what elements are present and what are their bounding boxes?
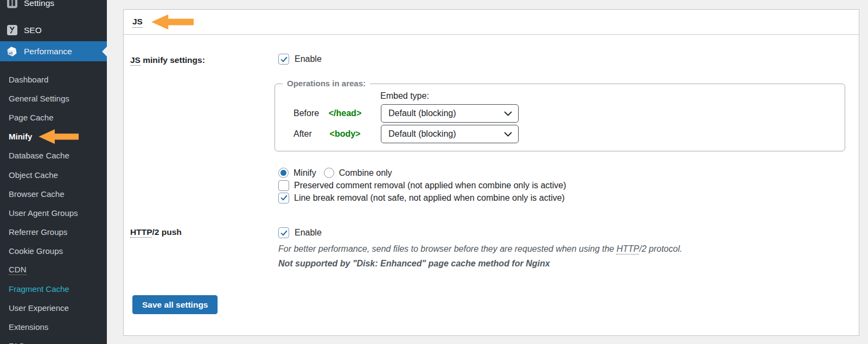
- submenu-item-minify[interactable]: Minify: [0, 127, 107, 146]
- sidebar-item-seo[interactable]: SEO: [0, 20, 107, 40]
- submenu-item-faq[interactable]: FAQ: [0, 336, 107, 344]
- http2-enable-checkbox[interactable]: [278, 227, 289, 238]
- select-value: Default (blocking): [388, 129, 456, 139]
- active-menu-arrow: [102, 47, 107, 56]
- w3tc-cube-icon: w3: [6, 46, 18, 58]
- js-minify-enable-checkbox[interactable]: [278, 54, 289, 65]
- yoast-seo-icon: [6, 24, 18, 36]
- submenu-item-extensions[interactable]: Extensions: [0, 317, 107, 336]
- submenu-item-fragment-cache[interactable]: Fragment Cache: [0, 279, 107, 298]
- sidebar-item-label: SEO: [24, 26, 42, 35]
- preserved-comment-removal-checkbox[interactable]: [278, 180, 289, 191]
- preserved-comment-removal-option[interactable]: Preserved comment removal (not applied w…: [278, 179, 566, 192]
- submenu-item-browser-cache[interactable]: Browser Cache: [0, 184, 107, 203]
- submenu-item-general-settings[interactable]: General Settings: [0, 89, 107, 108]
- settings-panel: JS JS minify settings: Enable Operations…: [123, 9, 859, 336]
- enable-label: Enable: [295, 54, 322, 64]
- checkbox-label: Line break removal (not safe, not applie…: [294, 193, 565, 203]
- submenu-item-cdn[interactable]: CDN: [0, 260, 107, 279]
- sidebar-item-performance[interactable]: w3 Performance: [0, 41, 107, 61]
- js-pointer-arrow: [151, 15, 194, 30]
- line-break-removal-checkbox[interactable]: [278, 193, 289, 203]
- combine-only-radio-label[interactable]: Combine only: [339, 168, 392, 178]
- embed-type-label: Embed type:: [380, 91, 429, 101]
- performance-submenu: Dashboard General Settings Page Cache Mi…: [0, 70, 107, 344]
- minify-pointer-arrow: [39, 129, 79, 144]
- chevron-down-icon: [504, 132, 512, 137]
- minify-radio[interactable]: [278, 168, 289, 178]
- settings-icon: [6, 0, 18, 9]
- js-minify-settings-label: JS minify settings:: [130, 55, 205, 65]
- svg-text:w3: w3: [8, 51, 13, 55]
- embed-type-select-head[interactable]: Default (blocking): [381, 104, 519, 123]
- embed-type-select-body[interactable]: Default (blocking): [381, 125, 519, 143]
- operation-position: Before: [293, 109, 325, 118]
- sidebar-item-label: Settings: [24, 0, 54, 8]
- submenu-item-cookie-groups[interactable]: Cookie Groups: [0, 241, 107, 260]
- operation-row-after-body: After <body> Default (blocking): [293, 125, 519, 143]
- line-break-removal-option[interactable]: Line break removal (not safe, not applie…: [278, 192, 566, 204]
- operation-position: After: [293, 129, 325, 139]
- http2-description: For better performance, send files to br…: [278, 244, 682, 254]
- sidebar-item-label: Performance: [24, 47, 72, 56]
- minify-options: Minify Combine only Preserved comment re…: [278, 167, 566, 204]
- submenu-item-referrer-groups[interactable]: Referrer Groups: [0, 222, 107, 241]
- enable-label: Enable: [295, 228, 322, 238]
- admin-sidebar: Settings SEO w3 Performance: [0, 0, 107, 344]
- operations-fieldset: Operations in areas: Embed type: Before …: [275, 84, 845, 151]
- submenu-item-database-cache[interactable]: Database Cache: [0, 146, 107, 165]
- head-tag-code: </head>: [325, 109, 365, 118]
- section-header: JS: [124, 10, 859, 35]
- submenu-item-object-cache[interactable]: Object Cache: [0, 165, 107, 184]
- chevron-down-icon: [504, 111, 512, 116]
- http2-note: Not supported by "Disk: Enhanced" page c…: [278, 259, 550, 269]
- body-tag-code: <body>: [325, 129, 365, 139]
- submenu-item-page-cache[interactable]: Page Cache: [0, 108, 107, 127]
- section-title: JS: [132, 17, 143, 28]
- checkbox-label: Preserved comment removal (not applied w…: [294, 181, 566, 190]
- minify-mode-radios: Minify Combine only: [278, 167, 566, 179]
- js-minify-enable[interactable]: Enable: [278, 54, 322, 65]
- minify-radio-label[interactable]: Minify: [293, 168, 316, 178]
- sidebar-item-settings[interactable]: Settings: [0, 0, 107, 13]
- submenu-item-user-agent-groups[interactable]: User Agent Groups: [0, 203, 107, 222]
- select-value: Default (blocking): [388, 109, 456, 118]
- submenu-item-user-experience[interactable]: User Experience: [0, 298, 107, 317]
- http2-push-label: HTTP/2 push: [130, 227, 182, 237]
- combine-only-radio[interactable]: [324, 168, 334, 178]
- save-all-settings-button[interactable]: Save all settings: [132, 295, 218, 314]
- http2-enable[interactable]: Enable: [278, 227, 322, 238]
- submenu-item-dashboard[interactable]: Dashboard: [0, 70, 107, 89]
- operation-row-before-head: Before </head> Default (blocking): [293, 104, 519, 123]
- operations-legend: Operations in areas:: [283, 79, 370, 88]
